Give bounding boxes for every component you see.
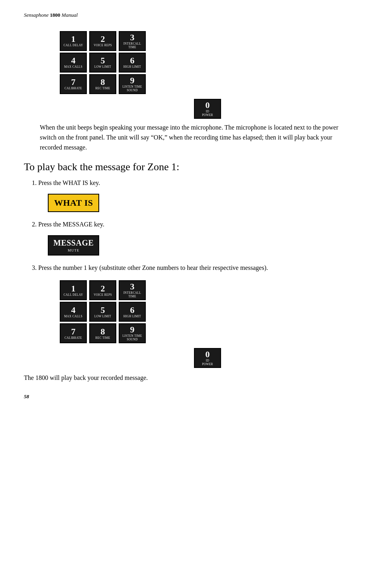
key2-6: 6 HIGH LIMIT [119,302,146,322]
key-5: 5 LOW LIMIT [89,53,116,73]
key2-5: 5 LOW LIMIT [89,302,116,322]
keypad2-zero-row: 0 IDPOWER [60,348,356,368]
page-number: 58 [24,393,356,400]
key2-8: 8 REC TIME [89,323,116,343]
key2-7: 7 CALIBRATE [60,323,87,343]
key-2: 2 VOICE REPS [89,31,116,51]
key-1: 1 CALL DELAY [60,31,87,51]
message-key-label: MESSAGE [53,238,94,248]
keypad-grid-2: 1 CALL DELAY 2 VOICE REPS 3 INTERCALL TI… [60,280,147,343]
heading-zone1: To play back the message for Zone 1: [24,160,356,174]
key2-1: 1 CALL DELAY [60,280,87,300]
key-0: 0 IDPOWER [194,99,221,119]
key-7: 7 CALIBRATE [60,74,87,94]
step1-label: 1. Press the WHAT IS key. [32,179,356,187]
message-key-sublabel: MUTE [53,248,94,252]
key-3: 3 INTERCALL TIME [119,31,146,51]
message-key: MESSAGE MUTE [48,235,99,256]
key-9: 9 LISTEN TIMESOUND [119,74,146,94]
keypad-block-1: 1 CALL DELAY 2 VOICE REPS 3 INTERCALL TI… [36,26,356,119]
keypad-block-2: 1 CALL DELAY 2 VOICE REPS 3 INTERCALL TI… [36,275,356,368]
what-is-key: WHAT IS [48,194,99,212]
key2-2: 2 VOICE REPS [89,280,116,300]
step2-label: 2. Press the MESSAGE key. [32,221,356,228]
keypad-grid-1: 1 CALL DELAY 2 VOICE REPS 3 INTERCALL TI… [60,31,147,94]
key-4: 4 MAX CALLS [60,53,87,73]
key-8: 8 REC TIME [89,74,116,94]
key-6: 6 HIGH LIMIT [119,53,146,73]
keypad-zero-row: 0 IDPOWER [60,99,356,119]
key2-9: 9 LISTEN TIMESOUND [119,323,146,343]
step5-text: When the unit beeps begin speaking your … [40,123,356,152]
step3-label: 3. Press the number 1 key (substitute ot… [32,264,356,271]
key2-0: 0 IDPOWER [194,348,221,368]
footer-text: The 1800 will play back your recorded me… [24,374,356,382]
key2-3: 3 INTERCALL TIME [119,280,146,300]
key2-4: 4 MAX CALLS [60,302,87,322]
manual-header: Sensaphone 1800 Manual [24,12,356,18]
